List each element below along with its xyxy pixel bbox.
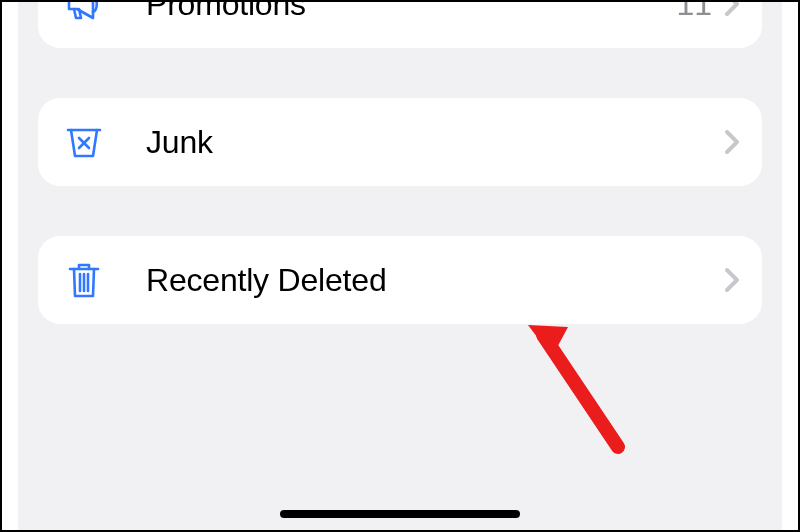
- screenshot-frame: [0, 0, 800, 532]
